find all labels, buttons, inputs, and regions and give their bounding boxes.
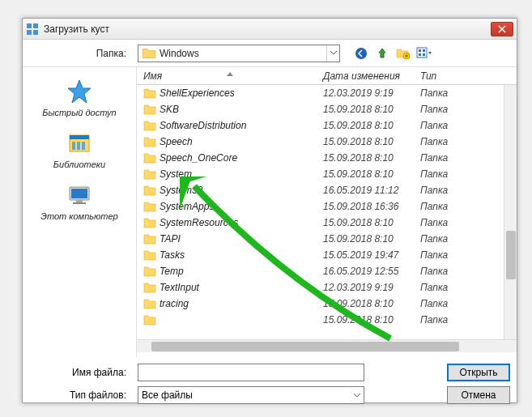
row-type: Папка	[420, 152, 469, 164]
row-date: 15.09.2018 8:10	[323, 298, 420, 309]
row-type: Папка	[420, 217, 469, 228]
vertical-scrollbar[interactable]	[504, 85, 517, 339]
svg-point-4	[355, 48, 367, 59]
svg-rect-10	[423, 53, 425, 56]
libraries-icon	[66, 130, 92, 156]
close-button[interactable]	[491, 22, 513, 36]
svg-rect-19	[73, 202, 86, 204]
row-type: Папка	[420, 120, 469, 131]
app-icon	[26, 23, 39, 36]
row-type: Папка	[420, 201, 469, 212]
row-name: SystemResources	[160, 217, 323, 228]
sidebar-this-pc[interactable]: Этот компьютер	[26, 177, 133, 226]
table-row[interactable]: 15.09.2018 8:10Папка	[137, 312, 517, 328]
row-date: 15.09.2018 8:10	[323, 104, 420, 115]
table-row[interactable]: Temp16.05.2019 12:55Папка	[137, 263, 517, 279]
folder-icon	[142, 46, 156, 61]
table-row[interactable]: SystemResources15.09.2018 8:10Папка	[137, 215, 517, 231]
row-date: 16.05.2019 11:12	[323, 185, 420, 196]
file-dialog: Загрузить куст Папка: Windows Быстрый до…	[22, 18, 517, 403]
row-type: Папка	[420, 87, 469, 99]
column-type[interactable]: Тип	[420, 70, 469, 82]
row-date: 15.09.2018 8:10	[323, 314, 420, 326]
row-date: 15.09.2018 8:10	[323, 136, 420, 147]
row-date: 15.05.2019 19:47	[323, 249, 420, 261]
star-icon	[66, 79, 92, 104]
svg-rect-2	[27, 30, 32, 35]
cancel-button[interactable]: Отмена	[447, 386, 510, 404]
table-row[interactable]: SKB15.09.2018 8:10Папка	[137, 101, 517, 117]
filetype-select[interactable]: Все файлы	[138, 386, 364, 404]
table-row[interactable]: Speech_OneCore15.09.2018 8:10Папка	[137, 150, 517, 166]
sidebar-quick-access[interactable]: Быстрый доступ	[26, 74, 133, 122]
filename-input[interactable]	[138, 364, 364, 381]
svg-rect-14	[77, 142, 80, 150]
row-type: Папка	[420, 282, 469, 293]
horizontal-scrollbar[interactable]	[137, 339, 517, 352]
sort-asc-icon	[227, 72, 233, 76]
folder-label: Папка:	[29, 48, 133, 59]
svg-rect-1	[33, 23, 38, 28]
sidebar-libraries[interactable]: Библиотеки	[26, 126, 133, 174]
row-name: System32	[160, 185, 323, 196]
row-date: 15.09.2018 8:10	[323, 168, 420, 180]
column-date[interactable]: Дата изменения	[323, 70, 420, 82]
table-row[interactable]: SystemApps15.09.2018 16:36Папка	[137, 198, 517, 215]
table-row[interactable]: SoftwareDistribution15.09.2018 8:10Папка	[137, 117, 517, 134]
svg-rect-18	[76, 200, 83, 202]
svg-rect-7	[419, 49, 421, 52]
dialog-body: Быстрый доступ Библиотеки Этот компьютер…	[23, 67, 517, 357]
table-row[interactable]: System15.09.2018 8:10Папка	[137, 166, 517, 182]
row-date: 15.09.2018 8:10	[323, 152, 420, 164]
row-name: TAPI	[160, 233, 323, 245]
back-button[interactable]	[353, 45, 369, 62]
row-name: Tasks	[160, 249, 323, 261]
row-type: Папка	[420, 249, 469, 261]
folder-name: Windows	[160, 48, 326, 59]
row-name: Temp	[160, 266, 323, 277]
table-row[interactable]: tracing15.09.2018 8:10Папка	[137, 296, 517, 312]
scrollbar-thumb[interactable]	[151, 342, 459, 351]
chevron-down-icon	[326, 45, 339, 62]
row-date: 15.09.2018 16:36	[323, 201, 420, 212]
chevron-down-icon	[354, 394, 360, 398]
window-title: Загрузить куст	[44, 23, 491, 35]
row-date: 12.03.2019 9:19	[323, 87, 420, 99]
up-button[interactable]	[374, 45, 390, 62]
table-row[interactable]: TextInput12.03.2019 9:19Папка	[137, 279, 517, 296]
row-type: Папка	[420, 104, 469, 115]
row-date: 15.09.2018 8:10	[323, 120, 420, 131]
view-menu-button[interactable]	[416, 45, 432, 62]
new-folder-button[interactable]	[395, 45, 411, 62]
row-date: 12.03.2019 9:19	[323, 282, 420, 293]
toolbar-icons	[353, 45, 432, 62]
svg-rect-0	[27, 23, 32, 28]
svg-rect-17	[71, 189, 87, 198]
list-body: ShellExperiences12.03.2019 9:19ПапкаSKB1…	[137, 85, 517, 339]
table-row[interactable]: TAPI15.09.2018 8:10Папка	[137, 231, 517, 247]
svg-rect-3	[33, 30, 38, 35]
row-type: Папка	[420, 298, 469, 309]
table-row[interactable]: Tasks15.05.2019 19:47Папка	[137, 247, 517, 263]
table-row[interactable]: Speech15.09.2018 8:10Папка	[137, 134, 517, 150]
titlebar: Загрузить куст	[23, 19, 517, 40]
svg-rect-13	[72, 142, 75, 150]
table-row[interactable]: System3216.05.2019 11:12Папка	[137, 182, 517, 198]
column-name[interactable]: Имя	[137, 70, 323, 82]
scrollbar-thumb[interactable]	[506, 231, 516, 279]
close-icon	[498, 25, 506, 33]
folder-select[interactable]: Windows	[138, 45, 340, 62]
svg-rect-6	[417, 48, 427, 57]
open-button[interactable]: Открыть	[447, 364, 510, 381]
table-row[interactable]: ShellExperiences12.03.2019 9:19Папка	[137, 85, 517, 101]
bottom-panel: Имя файла: Открыть Тип файлов: Все файлы…	[23, 357, 517, 415]
row-name: SoftwareDistribution	[160, 120, 323, 131]
filetype-label: Тип файлов:	[29, 389, 133, 401]
row-type: Папка	[420, 314, 469, 326]
svg-rect-8	[423, 49, 425, 52]
row-date: 15.09.2018 8:10	[323, 217, 420, 228]
row-type: Папка	[420, 185, 469, 196]
row-name: SystemApps	[160, 201, 323, 212]
svg-rect-15	[82, 142, 85, 150]
row-type: Папка	[420, 233, 469, 245]
